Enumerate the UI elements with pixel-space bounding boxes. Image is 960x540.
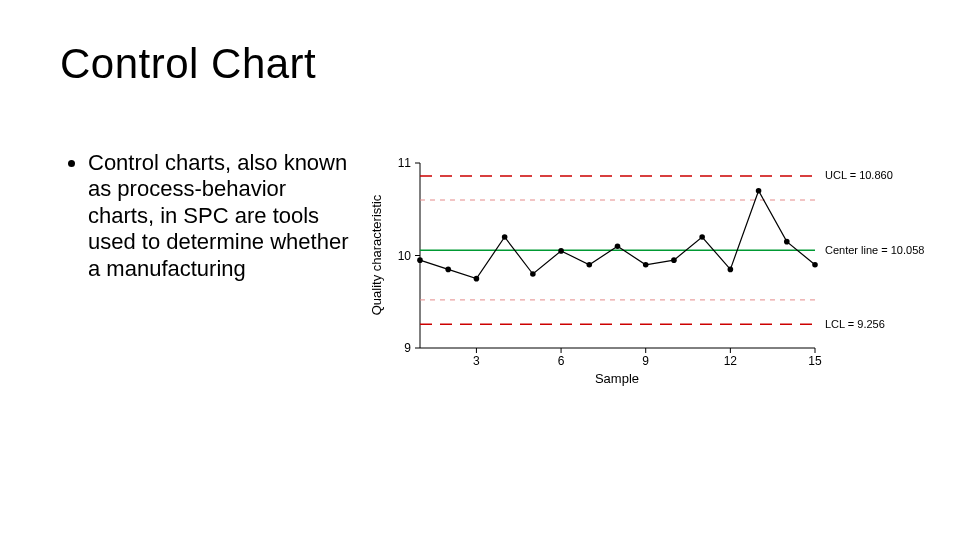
y-tick-10: 10	[398, 249, 412, 263]
x-ticks: 3 6 9 12 15	[473, 348, 822, 368]
y-tick-11: 11	[398, 156, 412, 170]
plot-group: 9 10 11 3 6 9 12 15	[369, 156, 924, 386]
svg-point-17	[671, 257, 677, 263]
svg-point-8	[417, 257, 423, 263]
svg-point-9	[445, 267, 451, 273]
slide-body: Control charts, also known as process-be…	[70, 150, 355, 282]
svg-point-19	[728, 267, 734, 273]
slide-title: Control Chart	[60, 40, 316, 88]
x-tick-12: 12	[724, 354, 738, 368]
y-ticks: 9 10 11	[398, 156, 420, 355]
svg-point-18	[699, 234, 705, 240]
lcl-label: LCL = 9.256	[825, 318, 885, 330]
center-label: Center line = 10.058	[825, 244, 924, 256]
x-tick-15: 15	[808, 354, 822, 368]
ucl-label: UCL = 10.860	[825, 169, 893, 181]
svg-point-11	[502, 234, 508, 240]
svg-point-16	[643, 262, 649, 268]
slide: Control Chart Control charts, also known…	[0, 0, 960, 540]
svg-point-15	[615, 243, 621, 249]
svg-point-21	[784, 239, 790, 245]
data-series-dots	[417, 188, 818, 281]
x-axis-label: Sample	[595, 371, 639, 386]
svg-point-14	[586, 262, 592, 268]
y-tick-9: 9	[404, 341, 411, 355]
svg-point-22	[812, 262, 818, 268]
svg-point-10	[474, 276, 480, 282]
y-axis-label: Quality characteristic	[369, 194, 384, 315]
data-series-line	[420, 191, 815, 279]
control-chart: 9 10 11 3 6 9 12 15	[365, 143, 940, 388]
x-tick-6: 6	[558, 354, 565, 368]
svg-point-20	[756, 188, 762, 194]
bullet-item: Control charts, also known as process-be…	[88, 150, 355, 282]
svg-point-12	[530, 271, 536, 277]
x-tick-9: 9	[642, 354, 649, 368]
svg-point-13	[558, 248, 564, 254]
x-tick-3: 3	[473, 354, 480, 368]
